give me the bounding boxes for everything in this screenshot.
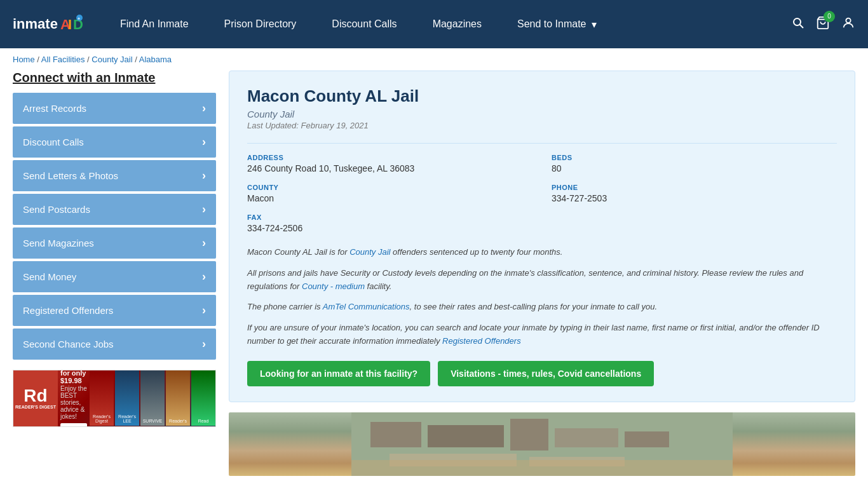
detail-phone: PHONE 334-727-2503 <box>552 184 837 203</box>
facility-desc-1: Macon County AL Jail is for County Jail … <box>247 246 837 259</box>
magazine-cover-1: Reader's Digest <box>90 370 114 426</box>
phone-value: 334-727-2503 <box>552 193 837 203</box>
sidebar-item-second-chance-jobs[interactable]: Second Chance Jobs › <box>13 329 216 360</box>
svg-text:+: + <box>78 17 80 21</box>
sidebar-item-label: Send Letters & Photos <box>23 170 118 181</box>
chevron-right-icon: › <box>202 135 206 149</box>
breadcrumb-state[interactable]: Alabama <box>139 55 172 64</box>
nav-discount-calls[interactable]: Discount Calls <box>314 0 414 48</box>
sidebar-item-label: Second Chance Jobs <box>23 339 114 349</box>
main-content: Macon County AL Jail County Jail Last Up… <box>229 71 855 476</box>
ad-content-area: 1 Year Subscription for only $19.98 Enjo… <box>58 370 90 427</box>
ad-title: 1 Year Subscription for only $19.98 <box>60 370 87 384</box>
facility-buttons: Looking for an inmate at this facility? … <box>247 361 837 386</box>
svg-rect-13 <box>555 428 618 447</box>
logo-text: inmate <box>13 16 58 32</box>
ad-logo-abbr: Rd <box>24 387 47 405</box>
facility-updated: Last Updated: February 19, 2021 <box>247 121 837 130</box>
svg-rect-10 <box>370 422 421 447</box>
address-label: ADDRESS <box>247 154 532 161</box>
county-jail-link-1[interactable]: County Jail <box>349 247 390 257</box>
nav-send-to-inmate[interactable]: Send to Inmate ▾ <box>499 0 614 48</box>
magazine-cover-2: Reader's LEE <box>115 370 139 426</box>
fax-label: FAX <box>247 214 532 221</box>
sidebar-item-arrest-records[interactable]: Arrest Records › <box>13 93 216 124</box>
cart-badge: 0 <box>824 11 835 22</box>
fax-value: 334-724-2506 <box>247 223 532 233</box>
cart-icon[interactable]: 0 <box>816 16 830 33</box>
facility-details: ADDRESS 246 County Road 10, Tuskegee, AL… <box>247 143 837 233</box>
sidebar-item-label: Registered Offenders <box>23 305 113 316</box>
sidebar-item-send-money[interactable]: Send Money › <box>13 261 216 292</box>
registered-offenders-link[interactable]: Registered Offenders <box>442 336 521 346</box>
breadcrumb-home[interactable]: Home <box>13 55 35 64</box>
main-layout: Connect with an Inmate Arrest Records › … <box>0 71 868 476</box>
ad-subtitle: Enjoy the BEST stories, advice & jokes! <box>60 385 87 420</box>
chevron-right-icon: › <box>202 337 206 351</box>
nav-find-inmate[interactable]: Find An Inmate <box>102 0 207 48</box>
county-label: COUNTY <box>247 184 532 191</box>
main-nav: Find An Inmate Prison Directory Discount… <box>102 0 792 48</box>
chevron-right-icon: › <box>202 304 206 317</box>
chevron-right-icon: › <box>202 203 206 216</box>
sidebar-item-label: Arrest Records <box>23 103 86 114</box>
svg-text:I: I <box>68 17 72 32</box>
beds-label: BEDS <box>552 154 837 161</box>
visitations-button[interactable]: Visitations - times, rules, Covid cancel… <box>438 361 654 386</box>
search-icon[interactable] <box>792 17 804 32</box>
county-medium-link[interactable]: County - medium <box>302 281 365 291</box>
facility-desc-3: The phone carrier is AmTel Communication… <box>247 301 837 314</box>
header-icons: 0 <box>792 16 855 33</box>
chevron-right-icon: › <box>202 169 206 182</box>
detail-beds: BEDS 80 <box>552 154 837 173</box>
user-icon[interactable] <box>841 16 855 33</box>
svg-point-8 <box>846 18 850 22</box>
sidebar-item-label: Send Magazines <box>23 238 94 248</box>
sidebar-item-send-letters[interactable]: Send Letters & Photos › <box>13 160 216 191</box>
facility-name: Macon County AL Jail <box>247 86 837 106</box>
detail-fax: FAX 334-724-2506 <box>247 214 532 233</box>
chevron-right-icon: › <box>202 236 206 250</box>
svg-rect-12 <box>510 419 548 451</box>
logo-icon: A I D + <box>60 13 83 36</box>
sidebar-item-label: Send Money <box>23 271 76 282</box>
facility-desc-2: All prisons and jails have Security or C… <box>247 267 837 294</box>
sidebar-item-send-magazines[interactable]: Send Magazines › <box>13 227 216 259</box>
svg-rect-17 <box>351 460 733 476</box>
beds-value: 80 <box>552 163 837 173</box>
svg-rect-14 <box>625 431 669 447</box>
sidebar-item-discount-calls[interactable]: Discount Calls › <box>13 126 216 158</box>
sidebar-menu: Arrest Records › Discount Calls › Send L… <box>13 93 216 360</box>
amtel-link[interactable]: AmTel Communications <box>323 302 410 311</box>
detail-address: ADDRESS 246 County Road 10, Tuskegee, AL… <box>247 154 532 173</box>
ad-banner[interactable]: Rd READER'S DIGEST 1 Year Subscription f… <box>13 370 216 427</box>
logo[interactable]: inmate A I D + <box>13 13 83 36</box>
ad-subscribe-button[interactable]: Subscribe Now <box>60 423 87 428</box>
phone-label: PHONE <box>552 184 837 191</box>
magazine-cover-4: Reader's <box>166 370 190 426</box>
facility-type: County Jail <box>247 109 837 119</box>
nav-magazines[interactable]: Magazines <box>415 0 499 48</box>
ad-logo: Rd READER'S DIGEST <box>13 370 58 427</box>
sidebar-title: Connect with an Inmate <box>13 71 216 85</box>
header: inmate A I D + Find An Inmate Prison Dir… <box>0 0 868 48</box>
svg-rect-11 <box>428 425 504 447</box>
svg-line-6 <box>800 24 804 28</box>
ad-magazine-covers: Reader's Digest Reader's LEE SURVIVE Rea… <box>90 370 215 427</box>
detail-county: COUNTY Macon <box>247 184 532 203</box>
county-value: Macon <box>247 193 532 203</box>
breadcrumb-all-facilities[interactable]: All Facilities <box>41 55 85 64</box>
sidebar-item-registered-offenders[interactable]: Registered Offenders › <box>13 295 216 326</box>
chevron-right-icon: › <box>202 102 206 115</box>
chevron-right-icon: › <box>202 270 206 283</box>
ad-brand-full: READER'S DIGEST <box>15 405 56 410</box>
sidebar-item-label: Send Postcards <box>23 204 90 215</box>
svg-point-5 <box>794 18 801 25</box>
breadcrumb-county-jail[interactable]: County Jail <box>92 55 132 64</box>
sidebar-item-label: Discount Calls <box>23 137 84 147</box>
sidebar-item-send-postcards[interactable]: Send Postcards › <box>13 194 216 225</box>
address-value: 246 County Road 10, Tuskegee, AL 36083 <box>247 163 532 173</box>
nav-prison-directory[interactable]: Prison Directory <box>207 0 315 48</box>
magazine-cover-3: SURVIVE <box>140 370 165 426</box>
find-inmate-button[interactable]: Looking for an inmate at this facility? <box>247 361 430 386</box>
